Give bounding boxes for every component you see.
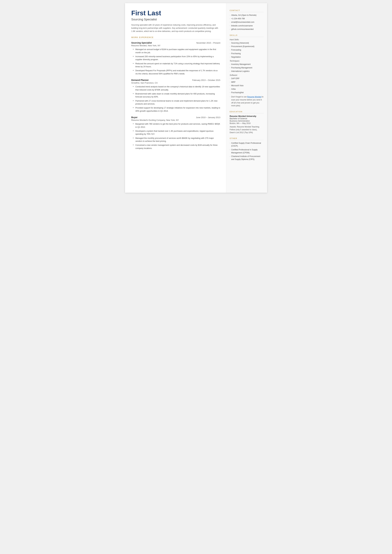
education-section: EDUCATION Resume Worded University Bache… — [230, 111, 264, 134]
job-header-1: Sourcing Specialist November 2015 – Pres… — [131, 42, 220, 44]
skill-sap: SAP ERP — [230, 77, 264, 80]
job-header-3: Buyer June 2010 – January 2013 — [131, 116, 220, 119]
bullet-2-1: Conducted trend analysis based on the co… — [133, 85, 220, 91]
bullet-1-2: Increased 200 minority-owned business pa… — [133, 55, 220, 61]
bullet-2-2: Brainstormed with sales team to create m… — [133, 92, 220, 98]
skill-sourcing: Sourcing (Advanced) — [230, 42, 264, 44]
job-title-3: Buyer — [131, 116, 138, 119]
other-cpsm: Certified Professional in Supply Managem… — [230, 148, 264, 154]
job-block-2: Demand Planner February 2013 – October 2… — [131, 79, 220, 112]
skills-section: SKILLS Hard Skills: Sourcing (Advanced) … — [230, 34, 264, 107]
software-label: Software: — [230, 74, 264, 76]
job-dates-1: November 2015 – Present — [196, 42, 220, 44]
job-bullets-2: Conducted trend analysis based on the co… — [131, 85, 220, 112]
job-block-1: Sourcing Specialist November 2015 – Pres… — [131, 42, 220, 75]
skill-inventory: Inventory Management — [230, 63, 264, 66]
job-company-3: Resume Worded's Exciting Company, New Yo… — [131, 119, 220, 121]
job-dates-2: February 2013 – October 2015 — [192, 79, 220, 81]
bullet-1-1: Managed an annual budget of $1M to purch… — [133, 48, 220, 54]
skill-intl-logistics: International Logistics — [230, 70, 264, 73]
edu-awards: Awards: Resume Worded Teaching Fellow (o… — [230, 125, 264, 134]
skill-negotiation: Negotiation — [230, 56, 264, 59]
bullet-1-3: Reduced the amount spent on materials by… — [133, 62, 220, 68]
bullet-2-3: Partnered with 27 cross-functional teams… — [133, 99, 220, 106]
job-company-2: Growthsi, San Francisco, CA — [131, 82, 220, 84]
job-company-1: Resume Worded, New York, NY — [131, 44, 220, 47]
contact-email: email@resumeworded.com — [230, 21, 264, 24]
promo-text: Don't forget to use Resume Worded to sca… — [230, 95, 264, 107]
candidate-name: First Last — [131, 9, 220, 17]
promo-pre: Don't forget to use — [231, 96, 247, 98]
skills-header: SKILLS — [230, 34, 264, 37]
resume-container: First Last Sourcing Specialist Sourcing … — [125, 3, 267, 193]
other-header: OTHER — [230, 137, 264, 140]
skill-visio: Microsoft Visio — [230, 84, 264, 87]
candidate-title: Sourcing Specialist — [131, 18, 220, 21]
contact-phone: +1-234-456-789 — [230, 17, 264, 20]
other-cips: Chartered Institute of Procurement and S… — [230, 155, 264, 161]
bullet-3-3: Managed the monthly procurement of servi… — [133, 137, 220, 143]
other-section: OTHER Certified Supply Chain Professiona… — [230, 137, 264, 161]
bullet-3-4: Conceived a new vendor management system… — [133, 144, 220, 150]
skill-purchasing-mgmt: Purchasing Management — [230, 66, 264, 69]
job-block-3: Buyer June 2010 – January 2013 Resume Wo… — [131, 116, 220, 150]
skill-purchasingnet: PurchasingNet — [230, 91, 264, 94]
skill-procurement: Procurement (Experienced) — [230, 45, 264, 48]
edu-school: Resume Worded University — [230, 115, 264, 117]
job-title-1: Sourcing Specialist — [131, 42, 152, 44]
job-title-2: Demand Planner — [131, 79, 149, 81]
skill-forecasting: Forecasting — [230, 49, 264, 51]
hard-skills-label: Hard Skills: — [230, 39, 264, 41]
skill-purchasing: Purchasing — [230, 52, 264, 55]
right-column: CONTACT Atlanta, GA (Open to Remote) +1-… — [226, 3, 267, 193]
bullet-3-2: Developed a system that tracked over 1.3… — [133, 130, 220, 136]
education-header: EDUCATION — [230, 111, 264, 113]
bullet-1-4: Developed Request For Proposals (RFPs) a… — [133, 69, 220, 75]
candidate-summary: Sourcing specialist with 10 years of exp… — [131, 23, 220, 33]
contact-header: CONTACT — [230, 9, 264, 12]
techniques-label: Techniques: — [230, 60, 264, 62]
contact-location: Atlanta, GA (Open to Remote) — [230, 14, 264, 17]
skill-ariba: Ariba — [230, 88, 264, 91]
contact-section: CONTACT Atlanta, GA (Open to Remote) +1-… — [230, 9, 264, 31]
job-bullets-1: Managed an annual budget of $1M to purch… — [131, 48, 220, 75]
other-cscp: Certified Supply Chain Professional (CSC… — [230, 142, 264, 147]
job-bullets-3: Bargained with 780 vendors to get the be… — [131, 123, 220, 150]
edu-field: Business Administration — [230, 120, 264, 122]
edu-degree: Bachelor of Science — [230, 118, 264, 120]
left-column: First Last Sourcing Specialist Sourcing … — [125, 3, 226, 193]
skill-mrp: MRP — [230, 81, 264, 84]
contact-linkedin: linkedin.com/in/username — [230, 24, 264, 27]
edu-location: Boston, MA — May 2010 — [230, 122, 264, 125]
work-experience-header: WORK EXPERIENCE — [131, 36, 220, 39]
job-dates-3: June 2010 – January 2013 — [196, 116, 220, 119]
contact-github: github.com/resumeworded — [230, 28, 264, 31]
job-header-2: Demand Planner February 2013 – October 2… — [131, 79, 220, 81]
promo-link[interactable]: Resume Worded — [247, 96, 261, 98]
bullet-3-1: Bargained with 780 vendors to get the be… — [133, 123, 220, 129]
bullet-2-4: Provided support for developing 17 strat… — [133, 106, 220, 112]
